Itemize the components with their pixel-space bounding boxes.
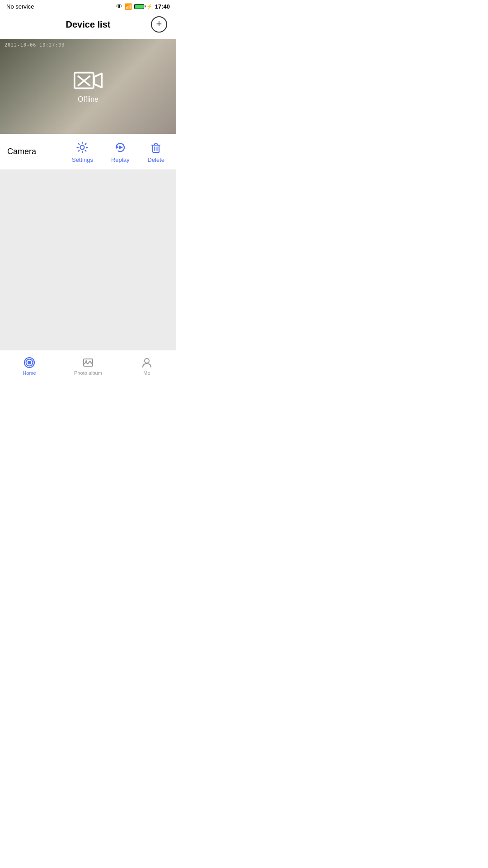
svg-point-14	[85, 360, 87, 362]
nav-label-me: Me	[143, 370, 150, 376]
add-device-button[interactable]: +	[151, 16, 167, 33]
delete-icon	[149, 140, 163, 155]
nav-item-home[interactable]: Home	[0, 356, 59, 376]
nav-item-photo-album[interactable]: Photo album	[59, 356, 117, 376]
settings-icon	[75, 140, 89, 155]
timestamp: 2022-10-06 10:27:03	[5, 42, 65, 47]
replay-label: Replay	[111, 156, 129, 163]
page-header: Device list +	[0, 12, 176, 39]
settings-button[interactable]: Settings	[67, 138, 98, 165]
svg-rect-6	[153, 145, 159, 152]
replay-button[interactable]: Replay	[107, 138, 134, 165]
home-icon	[23, 356, 36, 369]
nav-label-photo-album: Photo album	[74, 370, 102, 376]
svg-point-3	[80, 146, 84, 150]
nav-item-me[interactable]: Me	[117, 356, 176, 376]
svg-marker-4	[116, 146, 119, 149]
photo-album-icon	[82, 356, 94, 369]
bottom-nav: Home Photo album Me	[0, 350, 176, 382]
status-time: 17:40	[155, 3, 170, 10]
camera-actions-row: Camera Settings	[0, 134, 176, 170]
action-buttons: Settings Replay	[67, 138, 169, 165]
me-icon	[141, 356, 153, 369]
battery-icon	[134, 4, 144, 9]
camera-preview[interactable]: 2022-10-06 10:27:03 Offline	[0, 39, 176, 134]
status-bar: No service 👁 📶 ⚡ 17:40	[0, 0, 176, 12]
camera-name: Camera	[7, 147, 67, 156]
svg-marker-5	[119, 146, 123, 149]
content-area	[0, 170, 176, 351]
nav-label-home: Home	[23, 370, 36, 376]
offline-label: Offline	[78, 95, 99, 104]
plus-icon: +	[156, 19, 162, 29]
svg-point-15	[145, 359, 149, 363]
delete-button[interactable]: Delete	[143, 138, 169, 165]
eye-icon: 👁	[116, 3, 122, 10]
svg-point-11	[28, 361, 31, 364]
page-title: Device list	[66, 19, 111, 30]
camera-card: 2022-10-06 10:27:03 Offline Camera	[0, 39, 176, 170]
battery-lightning: ⚡	[146, 4, 153, 9]
settings-label: Settings	[72, 156, 93, 163]
replay-icon	[113, 140, 127, 155]
delete-label: Delete	[147, 156, 164, 163]
status-right: 👁 📶 ⚡ 17:40	[116, 3, 170, 10]
offline-camera-icon	[74, 69, 103, 92]
wifi-icon: 📶	[125, 3, 132, 10]
status-signal: No service	[6, 3, 34, 10]
